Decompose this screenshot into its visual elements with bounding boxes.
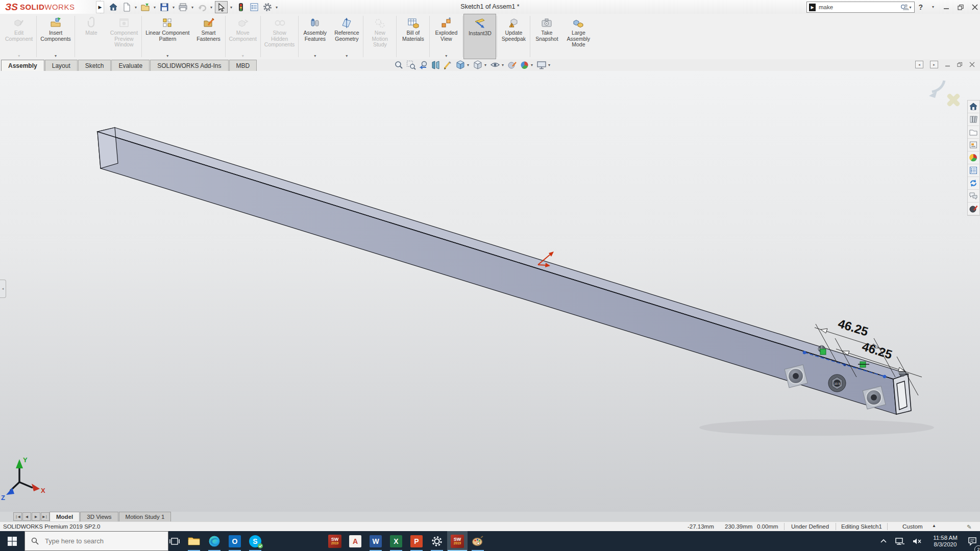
solidworks-forum-icon[interactable] — [968, 177, 979, 190]
chevron-down-icon[interactable]: ▾ — [501, 63, 505, 67]
ribbon-button-insert-components[interactable]: Insert Components ▾ — [37, 14, 74, 59]
next-document-icon[interactable]: ▸ — [930, 61, 938, 68]
taskbar-paint[interactable] — [468, 531, 488, 551]
view-settings-icon[interactable]: ▾ — [536, 61, 551, 69]
tab-assembly[interactable]: Assembly — [1, 60, 44, 71]
ribbon-button-update-speedpak[interactable]: Update Speedpak — [498, 14, 529, 59]
comments-icon[interactable] — [968, 190, 979, 203]
chevron-up-icon[interactable]: ▲ — [932, 523, 936, 528]
start-button[interactable] — [0, 531, 24, 551]
chevron-down-icon[interactable]: ▾ — [466, 63, 470, 67]
taskbar-file-explorer[interactable] — [184, 531, 204, 551]
tab-layout[interactable]: Layout — [45, 60, 78, 71]
taskbar-excel[interactable]: X — [386, 531, 406, 551]
sketch-state: Under Defined — [791, 523, 829, 530]
taskbar-solidworks-2019[interactable]: SW 2019 — [325, 531, 345, 551]
window-controls: ? ▾ — [902, 0, 978, 14]
minimize-icon[interactable] — [943, 4, 949, 10]
previous-document-icon[interactable]: ◂ — [915, 61, 923, 68]
section-view-icon[interactable] — [431, 60, 440, 70]
taskbar-powerpoint[interactable]: P — [406, 531, 427, 551]
help-icon[interactable]: ? — [918, 3, 923, 11]
chevron-down-icon[interactable]: ▾ — [530, 63, 534, 67]
model-scene: 10.9 — [0, 71, 980, 512]
action-center-button[interactable]: 2 — [965, 531, 980, 551]
chevron-down-icon[interactable]: ▾ — [483, 63, 487, 67]
ribbon-button-exploded-view[interactable]: Exploded View ▾ — [430, 14, 462, 59]
taskbar-search-input[interactable] — [44, 537, 168, 545]
3dexperience-icon[interactable] — [968, 203, 979, 215]
taskbar-skype[interactable]: S — [245, 531, 265, 551]
design-library-icon[interactable] — [968, 113, 979, 126]
configuration-selector[interactable]: Custom — [902, 523, 923, 530]
last-tab-icon[interactable]: ▶❘ — [41, 512, 50, 521]
command-search-box[interactable]: ▶ ▾ — [806, 2, 915, 13]
network-icon[interactable] — [895, 537, 905, 545]
taskbar-word[interactable]: W — [365, 531, 386, 551]
tab-motion-study-1[interactable]: Motion Study 1 — [119, 512, 172, 521]
taskbar-outlook[interactable]: O — [225, 531, 245, 551]
taskbar-search-box[interactable] — [24, 531, 168, 551]
chevron-down-icon: ▾ — [18, 54, 20, 58]
button-label: Exploded View — [435, 30, 457, 42]
ribbon-button-linear-component-pattern[interactable]: Linear Component Pattern ▾ — [142, 14, 192, 59]
view-orientation-icon[interactable]: ▾ — [455, 60, 470, 70]
restore-icon[interactable] — [958, 4, 964, 10]
doc-restore-icon[interactable] — [957, 62, 963, 67]
custom-properties-icon[interactable] — [968, 164, 979, 177]
previous-tab-icon[interactable]: ◀ — [22, 512, 31, 521]
tab-mbd[interactable]: MBD — [229, 60, 257, 71]
taskbar-autocad[interactable]: A — [345, 531, 365, 551]
next-tab-icon[interactable]: ▶ — [32, 512, 40, 521]
windows-logo-icon — [8, 537, 17, 546]
ribbon-button-large-assembly-mode[interactable]: Large Assembly Mode — [562, 14, 594, 59]
featuremanager-collapse-tab[interactable]: ◂ — [0, 280, 6, 298]
tab-evaluate[interactable]: Evaluate — [111, 60, 150, 71]
dimension-value[interactable]: 46.25 — [837, 316, 870, 339]
chevron-down-icon[interactable]: ▾ — [931, 5, 935, 9]
ribbon-button-assembly-features[interactable]: Assembly Features ▾ — [299, 14, 331, 59]
task-view-button[interactable] — [164, 531, 185, 551]
chevron-down-icon[interactable]: ▾ — [547, 63, 551, 67]
taskbar-clock[interactable]: 11:58 AM 8/3/2020 — [929, 535, 962, 548]
first-tab-icon[interactable]: ❘◀ — [13, 512, 22, 521]
command-search-input[interactable] — [818, 4, 898, 11]
ribbon-button-smart-fasteners[interactable]: Smart Fasteners — [193, 14, 225, 59]
volume-muted-icon[interactable] — [912, 537, 922, 545]
units-icon[interactable]: ✎ — [967, 523, 972, 531]
task-pane — [967, 100, 980, 216]
hide-show-items-icon[interactable]: ▾ — [490, 61, 505, 69]
view-palette-icon[interactable] — [968, 139, 979, 152]
previous-view-icon[interactable] — [419, 60, 428, 70]
tab-solidworks-add-ins[interactable]: SOLIDWORKS Add-Ins — [150, 60, 228, 71]
solidworks-resources-icon[interactable] — [968, 101, 979, 113]
zoom-to-area-icon[interactable] — [406, 60, 416, 70]
sw-year: 2019 — [454, 542, 461, 545]
appearances-scenes-icon[interactable] — [968, 152, 979, 164]
ribbon-button-reference-geometry[interactable]: Reference Geometry ▾ — [331, 14, 362, 59]
taskbar-settings[interactable] — [427, 531, 447, 551]
ribbon-button-take-snapshot[interactable]: Take Snapshot — [531, 14, 562, 59]
close-icon[interactable] — [972, 4, 978, 10]
user-account-icon[interactable] — [902, 3, 910, 11]
ribbon-button-instant3d[interactable]: Instant3D — [463, 14, 496, 59]
file-explorer-icon[interactable] — [968, 126, 979, 139]
tab-3d-views[interactable]: 3D Views — [80, 512, 118, 521]
graphics-viewport[interactable]: 10.9 — [0, 71, 980, 512]
doc-minimize-icon[interactable] — [945, 62, 950, 67]
display-style-icon[interactable]: ▾ — [473, 60, 487, 70]
apply-scene-icon[interactable]: ▾ — [520, 60, 534, 70]
edit-appearance-icon[interactable] — [507, 60, 517, 70]
tab-sketch[interactable]: Sketch — [78, 60, 111, 71]
confirmation-corner[interactable] — [929, 81, 961, 107]
taskbar-solidworks-active[interactable]: SW 2019 — [447, 531, 468, 551]
button-label: Update Speedpak — [502, 30, 526, 42]
doc-close-icon[interactable] — [969, 62, 975, 67]
ribbon-button-bill-of-materials[interactable]: Bill of Materials — [397, 14, 429, 59]
dimension-value[interactable]: 46.25 — [861, 339, 894, 362]
dynamic-annotation-icon[interactable] — [443, 60, 453, 70]
tab-model[interactable]: Model — [50, 512, 80, 521]
taskbar-edge[interactable] — [204, 531, 225, 551]
zoom-to-fit-icon[interactable] — [394, 60, 404, 70]
show-hidden-icons-chevron[interactable] — [879, 537, 888, 545]
